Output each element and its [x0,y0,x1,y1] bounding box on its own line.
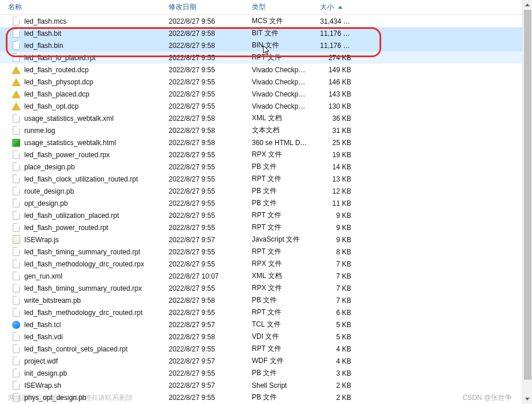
file-row[interactable]: led_flash_routed.dcp2022/8/27 9:55Vivado… [0,64,522,76]
file-name-cell[interactable]: usage_statistics_webtalk.xml [0,114,161,123]
file-row[interactable]: write_bitstream.pb2022/8/27 9:58PB 文件7 K… [0,294,522,306]
file-row[interactable]: runme.log2022/8/27 9:58文本文档31 KB [0,124,522,136]
file-name-cell[interactable]: ISEWrap.js [0,235,161,244]
file-name-cell[interactable]: led_flash.bit [0,29,161,38]
file-row[interactable]: place_design.pb2022/8/27 9:55PB 文件14 KB [0,161,522,173]
file-row[interactable]: phys_opt_design.pb2022/8/27 9:55PB 文件2 K… [0,391,522,403]
file-name-cell[interactable]: led_flash_timing_summary_routed.rpt [0,247,161,257]
file-name-label: opt_design.pb [24,199,68,207]
file-name-label: ISEWrap.js [24,236,59,244]
file-date-cell: 2022/8/27 9:55 [161,151,244,159]
generic-file-icon [12,344,21,354]
generic-file-icon [12,53,21,62]
file-name-label: route_design.pb [24,187,74,195]
chevron-down-icon [525,398,530,401]
vertical-scrollbar[interactable] [522,0,532,404]
file-list-view[interactable]: 名称 修改日期 类型 大小 led_flash.mcs2022/8/27 9:5… [0,0,522,404]
file-name-cell[interactable]: led_flash_power_routed.rpt [0,223,161,232]
file-name-cell[interactable]: led_flash.bin [0,41,161,50]
file-name-cell[interactable]: place_design.pb [0,162,161,172]
file-name-cell[interactable]: runme.log [0,126,161,135]
file-type-cell: RPX 文件 [244,283,312,293]
file-row[interactable]: led_flash_placed.dcp2022/8/27 9:55Vivado… [0,88,522,100]
file-row[interactable]: led_flash.mcs2022/8/27 9:56MCS 文件31,434 … [0,15,522,27]
file-size-cell: 274 KB [312,54,359,62]
header-type[interactable]: 类型 [244,0,312,14]
file-name-cell[interactable]: led_flash_methodology_drc_routed.rpt [0,308,161,317]
file-size-cell: 2 KB [312,381,359,390]
file-row[interactable]: gen_run.xml2022/8/27 10:07XML 文档7 KB [0,270,522,282]
scroll-up-button[interactable] [523,0,532,10]
file-row[interactable]: led_flash_methodology_drc_routed.rpt2022… [0,306,522,318]
file-type-cell: RPT 文件 [244,53,312,62]
file-row[interactable]: led_flash_timing_summary_routed.rpx2022/… [0,282,522,294]
file-rows: led_flash.mcs2022/8/27 9:56MCS 文件31,434 … [0,15,522,403]
file-row[interactable]: led_flash.bit2022/8/27 9:58BIT 文件11,176 … [0,27,522,39]
file-row[interactable]: led_flash_power_routed.rpx2022/8/27 9:55… [0,149,522,161]
file-name-cell[interactable]: project.wdf [0,357,161,366]
file-name-cell[interactable]: led_flash_utilization_placed.rpt [0,211,161,220]
file-name-cell[interactable]: usage_statistics_webtalk.html [0,138,161,147]
file-name-cell[interactable]: led_flash_methodology_drc_routed.rpx [0,260,161,269]
file-type-cell: PB 文件 [244,368,312,378]
file-row[interactable]: route_design.pb2022/8/27 9:55PB 文件12 KB [0,185,522,197]
file-name-cell[interactable]: led_flash_clock_utilization_routed.rpt [0,175,161,184]
file-name-cell[interactable]: led_flash_physopt.dcp [0,77,161,87]
scroll-down-button[interactable] [523,394,532,404]
file-row[interactable]: ISEWrap.js2022/8/27 9:57JavaScript 文件9 K… [0,233,522,246]
file-name-cell[interactable]: led_flash_placed.dcp [0,90,161,99]
file-name-cell[interactable]: write_bitstream.pb [0,296,161,305]
generic-file-icon [12,17,21,26]
file-name-cell[interactable]: led_flash_routed.dcp [0,65,161,75]
file-name-cell[interactable]: phys_opt_design.pb [0,393,161,402]
file-row[interactable]: init_design.pb2022/8/27 9:55PB 文件3 KB [0,367,522,379]
file-name-label: led_flash.bit [24,29,61,38]
file-row[interactable]: led_flash_power_routed.rpt2022/8/27 9:55… [0,221,522,233]
file-size-cell: 143 KB [312,90,359,98]
file-name-cell[interactable]: led_flash.tcl [0,320,161,329]
file-row[interactable]: led_flash_control_sets_placed.rpt2022/8/… [0,343,522,355]
file-row[interactable]: led_flash_clock_utilization_routed.rpt20… [0,173,522,185]
file-name-cell[interactable]: init_design.pb [0,369,161,378]
file-name-cell[interactable]: opt_design.pb [0,199,161,208]
file-name-cell[interactable]: led_flash_power_routed.rpx [0,150,161,160]
file-row[interactable]: project.wdf2022/8/27 9:57WDF 文件4 KB [0,355,522,367]
file-row[interactable]: usage_statistics_webtalk.xml2022/8/27 9:… [0,112,522,124]
file-row[interactable]: led_flash.tcl2022/8/27 9:57TCL 文件5 KB [0,318,522,331]
file-row[interactable]: led_flash_opt.dcp2022/8/27 9:55Vivado Ch… [0,100,522,112]
file-size-cell: 130 KB [312,102,359,110]
file-name-cell[interactable]: route_design.pb [0,187,161,196]
file-name-cell[interactable]: led_flash_timing_summary_routed.rpx [0,284,161,293]
file-date-cell: 2022/8/27 9:58 [161,42,244,50]
header-name[interactable]: 名称 [0,0,161,14]
scroll-thumb[interactable] [524,10,531,380]
file-row[interactable]: opt_design.pb2022/8/27 9:55PB 文件11 KB [0,197,522,209]
file-date-cell: 2022/8/27 9:55 [161,175,244,183]
generic-file-icon [12,211,21,220]
file-name-cell[interactable]: led_flash_opt.dcp [0,102,161,111]
file-row[interactable]: led_flash_io_placed.rpt2022/8/27 9:55RPT… [0,51,522,64]
file-name-cell[interactable]: led_flash.mcs [0,17,161,26]
header-date[interactable]: 修改日期 [161,0,244,14]
file-type-cell: Vivado Checkpo... [244,66,312,74]
file-name-cell[interactable]: led_flash_control_sets_placed.rpt [0,344,161,354]
scroll-track[interactable] [523,10,532,394]
file-row[interactable]: led_flash_utilization_placed.rpt2022/8/2… [0,209,522,221]
file-row[interactable]: ISEWrap.sh2022/8/27 9:57Shell Script2 KB [0,379,522,391]
file-type-cell: VDI 文件 [244,332,312,342]
file-row[interactable]: led_flash.bin2022/8/27 9:58BIN 文件11,176 … [0,39,522,51]
file-row[interactable]: usage_statistics_webtalk.html2022/8/27 9… [0,136,522,149]
file-name-cell[interactable]: gen_run.xml [0,272,161,281]
generic-file-icon [12,162,21,172]
file-row[interactable]: led_flash_physopt.dcp2022/8/27 9:55Vivad… [0,76,522,88]
file-row[interactable]: led_flash.vdi2022/8/27 9:58VDI 文件5 KB [0,331,522,343]
file-size-cell: 7 KB [312,296,359,305]
header-size[interactable]: 大小 [312,0,359,14]
file-name-cell[interactable]: led_flash.vdi [0,332,161,342]
file-name-cell[interactable]: ISEWrap.sh [0,381,161,390]
file-row[interactable]: led_flash_timing_summary_routed.rpt2022/… [0,246,522,258]
javascript-file-icon [12,235,21,244]
generic-file-icon [12,393,21,402]
file-row[interactable]: led_flash_methodology_drc_routed.rpx2022… [0,258,522,270]
file-name-cell[interactable]: led_flash_io_placed.rpt [0,53,161,62]
